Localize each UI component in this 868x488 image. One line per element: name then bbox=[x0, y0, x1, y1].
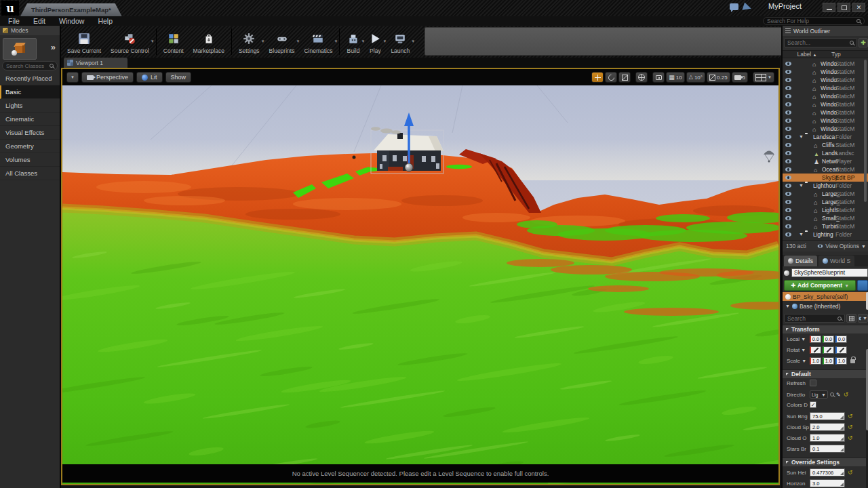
outliner-row-netwo[interactable]: ♟NetwoPlayer bbox=[783, 157, 868, 165]
outliner-row-windo[interactable]: ⌂WindoStaticM bbox=[783, 117, 868, 125]
modes-item-basic[interactable]: Basic bbox=[0, 85, 60, 99]
lit-button[interactable]: Lit bbox=[136, 72, 163, 83]
value-field[interactable]: 75.0 bbox=[810, 412, 845, 420]
settings-button[interactable]: Settings▼ bbox=[234, 27, 264, 56]
lock-icon[interactable] bbox=[850, 359, 855, 363]
actor-type[interactable]: Edit BP bbox=[835, 174, 868, 181]
expand-caret-icon[interactable]: ▼ bbox=[799, 182, 804, 190]
expand-caret-icon[interactable]: ▼ bbox=[799, 133, 804, 141]
place-mode-tile[interactable] bbox=[3, 38, 37, 60]
modes-item-all-classes[interactable]: All Classes bbox=[0, 167, 60, 180]
checkbox[interactable]: ✓ bbox=[810, 401, 816, 408]
scale-x-field[interactable]: 1.0 bbox=[810, 357, 821, 365]
build-button[interactable]: Build▼ bbox=[342, 27, 364, 56]
scale-y-field[interactable]: 1.0 bbox=[823, 357, 834, 365]
menu-window[interactable]: Window bbox=[59, 17, 84, 25]
visibility-eye-icon[interactable] bbox=[785, 200, 791, 204]
transform-section-header[interactable]: Transform bbox=[783, 325, 868, 333]
default-section-header[interactable]: Default bbox=[783, 369, 868, 378]
reset-to-default-icon[interactable]: ↺ bbox=[848, 413, 853, 420]
menu-edit[interactable]: Edit bbox=[33, 17, 45, 25]
visibility-eye-icon[interactable] bbox=[785, 135, 791, 139]
viewport-options-button[interactable]: ▼ bbox=[66, 72, 79, 83]
rotation-x-field[interactable] bbox=[810, 346, 821, 354]
reset-to-default-icon[interactable]: ↺ bbox=[844, 392, 849, 398]
expand-chevron-icon[interactable]: » bbox=[51, 42, 56, 52]
perspective-button[interactable]: Perspective bbox=[81, 72, 134, 83]
override-section-header[interactable]: Override Settings bbox=[783, 458, 868, 466]
value-field[interactable]: 0.477306 bbox=[810, 468, 845, 476]
visibility-eye-icon[interactable] bbox=[785, 232, 791, 237]
rotation-snap-button[interactable]: △10° bbox=[686, 72, 705, 83]
visibility-eye-icon[interactable] bbox=[785, 62, 791, 66]
tab-world-settings[interactable]: World S bbox=[818, 256, 854, 266]
content-button[interactable]: Content bbox=[159, 27, 189, 56]
scale-tool-button[interactable] bbox=[618, 72, 631, 83]
visibility-eye-icon[interactable] bbox=[785, 86, 791, 90]
edit-blueprint-button[interactable] bbox=[857, 280, 868, 291]
location-x-field[interactable]: 0.0 bbox=[810, 336, 821, 343]
help-search-input[interactable]: Search For Help bbox=[763, 17, 865, 25]
outliner-row-windo[interactable]: ⌂WindoStaticM bbox=[783, 68, 868, 76]
value-field[interactable]: 2.0 bbox=[810, 423, 845, 431]
details-view-options-button[interactable]: ▼ bbox=[858, 314, 868, 323]
minimize-button[interactable] bbox=[823, 3, 835, 12]
cinematics-button[interactable]: Cinematics▼ bbox=[299, 27, 337, 56]
restore-button[interactable] bbox=[837, 3, 850, 12]
modes-item-geometry[interactable]: Geometry bbox=[0, 140, 60, 153]
outliner-add-button[interactable]: ✚ bbox=[859, 38, 868, 47]
scale-label[interactable]: Scale bbox=[787, 358, 800, 364]
visibility-eye-icon[interactable] bbox=[785, 216, 791, 220]
component-row-base[interactable]: ▼ Base (Inherited) bbox=[783, 302, 868, 310]
visibility-eye-icon[interactable] bbox=[785, 184, 791, 188]
outliner-row-lighthou[interactable]: ▼LighthouFolder bbox=[783, 182, 868, 190]
add-component-button[interactable]: ✚ Add Component ▼ bbox=[784, 280, 856, 291]
outliner-row-ocean[interactable]: ⌂OceanStaticM bbox=[783, 165, 868, 174]
blueprints-button[interactable]: Blueprints▼ bbox=[264, 27, 300, 56]
outliner-row-turbin[interactable]: ⌂TurbinStaticM bbox=[783, 222, 868, 230]
outliner-scrollbar[interactable] bbox=[864, 60, 867, 202]
outliner-row-windo[interactable]: ⌂WindoStaticM bbox=[783, 76, 868, 84]
tab-details[interactable]: Details bbox=[784, 256, 817, 266]
outliner-row-lighth[interactable]: ⌂LighthStaticM bbox=[783, 206, 868, 214]
value-field[interactable]: 0.1 bbox=[810, 445, 845, 453]
menu-help[interactable]: Help bbox=[98, 17, 113, 25]
location-z-field[interactable]: 0.0 bbox=[835, 336, 847, 343]
view-options-button[interactable]: View Options bbox=[825, 243, 859, 249]
outliner-row-windo[interactable]: ⌂WindoStaticM bbox=[783, 60, 868, 68]
rotate-tool-button[interactable] bbox=[605, 72, 617, 83]
visibility-eye-icon[interactable] bbox=[785, 167, 791, 171]
menu-file[interactable]: File bbox=[8, 17, 20, 25]
outliner-row-cliffs[interactable]: ⌂CliffsStaticM bbox=[783, 141, 868, 149]
visibility-eye-icon[interactable] bbox=[785, 119, 791, 123]
outliner-row-landsca[interactable]: ▼LandscaFolder bbox=[783, 133, 868, 141]
reset-to-default-icon[interactable]: ↺ bbox=[848, 470, 853, 476]
visibility-eye-icon[interactable] bbox=[785, 70, 791, 74]
outliner-row-large[interactable]: ⌂Large_StaticM bbox=[783, 198, 868, 206]
outliner-row-small[interactable]: ⌂Small_StaticM bbox=[783, 214, 868, 222]
outliner-row-large[interactable]: ⌂Large_StaticM bbox=[783, 190, 868, 198]
viewport-layout-button[interactable]: ▼ bbox=[753, 72, 774, 83]
source-control-button[interactable]: Source Control▼ bbox=[106, 27, 154, 56]
world-local-toggle[interactable] bbox=[635, 72, 648, 83]
visibility-eye-icon[interactable] bbox=[785, 192, 791, 196]
visibility-eye-icon[interactable] bbox=[785, 78, 791, 82]
outliner-row-lighting[interactable]: ▼LightingFolder bbox=[783, 230, 868, 239]
viewport-tab[interactable]: Viewport 1 bbox=[64, 58, 127, 68]
visibility-eye-icon[interactable] bbox=[785, 159, 791, 163]
outliner-row-windo[interactable]: ⌂WindoStaticM bbox=[783, 84, 868, 92]
scale-z-field[interactable]: 1.0 bbox=[835, 357, 847, 365]
marketplace-button[interactable]: Marketplace bbox=[189, 27, 229, 56]
asset-picker-dropdown[interactable]: Lig▼ bbox=[810, 390, 828, 399]
component-row-self[interactable]: BP_Sky_Sphere(self) bbox=[783, 292, 868, 301]
visibility-eye-icon[interactable] bbox=[785, 94, 791, 98]
browse-icon[interactable] bbox=[830, 392, 834, 396]
type-column-header[interactable]: Typ bbox=[831, 51, 868, 58]
play-button[interactable]: Play▼ bbox=[364, 27, 386, 56]
location-label[interactable]: Local bbox=[787, 336, 800, 342]
outliner-column-headers[interactable]: Label ▲ Typ bbox=[783, 50, 868, 58]
property-matrix-button[interactable] bbox=[846, 314, 856, 323]
outliner-search-input[interactable]: Search... bbox=[784, 38, 857, 47]
rotation-y-field[interactable] bbox=[823, 346, 834, 354]
level-tab[interactable]: ThirdPersonExampleMap* bbox=[20, 3, 122, 16]
